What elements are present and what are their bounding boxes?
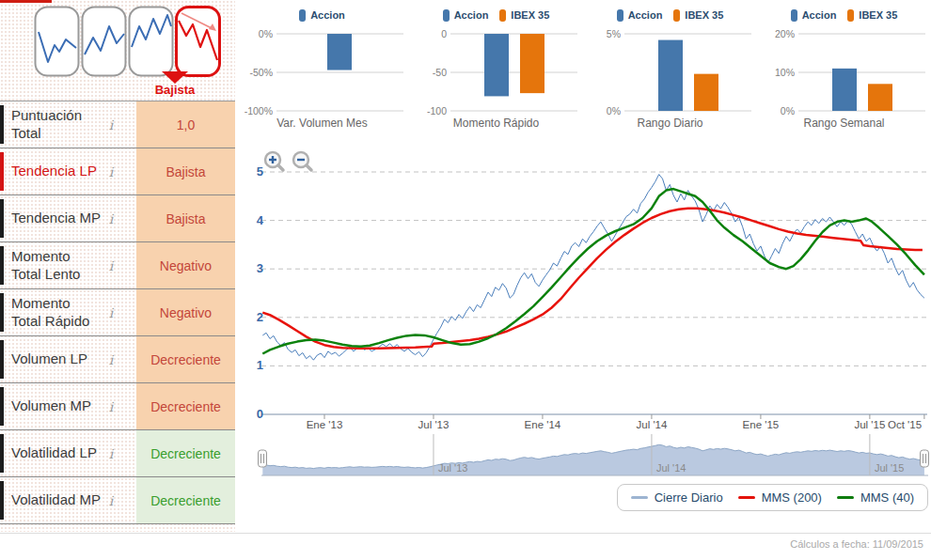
row-label: Momento Total Lento xyxy=(11,248,102,283)
mini-legend-item[interactable]: Accion xyxy=(443,9,489,22)
info-icon[interactable]: i xyxy=(102,352,120,367)
row-value: Negativo xyxy=(136,289,235,335)
axis-tick-label: 0 xyxy=(441,28,447,39)
y-axis-label: 5 xyxy=(257,164,263,179)
axis-tick-label: -50 xyxy=(433,67,447,78)
row-accent-bar xyxy=(0,340,4,379)
mini-bar-charts: Accion 0%-50%-100% Var. Volumen Mes Acci… xyxy=(235,0,931,139)
navigator-label: Jul '15 xyxy=(875,462,904,474)
trend-thumb-1[interactable] xyxy=(34,6,80,77)
zoom-out-button[interactable] xyxy=(293,152,311,170)
legend-swatch-icon xyxy=(499,9,506,22)
legend-swatch-icon xyxy=(443,9,450,22)
bearish-sparkline-icon xyxy=(175,6,221,77)
range-navigator[interactable]: Jul '13Jul '14Jul '15 xyxy=(235,430,931,479)
row-accent-bar xyxy=(0,246,4,285)
navigator-label: Jul '14 xyxy=(656,462,686,474)
info-icon[interactable]: i xyxy=(102,117,120,132)
navigator-right-handle[interactable] xyxy=(921,450,929,467)
legend-item[interactable]: MMS (40) xyxy=(837,490,914,505)
stock-analysis-dashboard: Bajista Puntuación Total i 1,0 Tendencia… xyxy=(0,0,931,560)
info-icon[interactable]: i xyxy=(102,211,120,226)
axis-tick-label: -100% xyxy=(245,105,273,116)
mini-legend-item[interactable]: Accion xyxy=(617,9,663,22)
mini-bar-chart: Accion 0%-50%-100% Var. Volumen Mes xyxy=(235,0,409,139)
bar-accion xyxy=(484,34,509,96)
row-value: Decreciente xyxy=(136,336,235,382)
axis-tick-label: 0% xyxy=(259,28,273,39)
legend-label: Accion xyxy=(454,9,489,21)
y-axis-label: 3 xyxy=(257,261,263,275)
trend-thumb-4-active[interactable] xyxy=(175,6,221,77)
axis-tick-label: -50% xyxy=(249,67,273,78)
bar-ibex-35 xyxy=(868,84,892,111)
bar-ibex-35 xyxy=(520,34,544,93)
analysis-panel: Bajista Puntuación Total i 1,0 Tendencia… xyxy=(0,0,235,532)
bar-accion xyxy=(327,34,352,70)
mini-chart-plot: 20%10%0% xyxy=(757,24,931,115)
legend-swatch-icon xyxy=(847,9,854,22)
handle-grip-icon xyxy=(921,450,929,467)
info-icon[interactable]: i xyxy=(102,493,120,508)
trend-table-row: Momento Total Lento i Negativo xyxy=(0,242,235,289)
mini-bar-chart: AccionIBEX 35 5%0% Rango Diario xyxy=(583,0,757,139)
trend-table-row: Volumen LP i Decreciente xyxy=(0,336,235,383)
mini-chart-plot: 0-50-100 xyxy=(409,24,583,115)
trend-table-row: Volatilidad LP i Decreciente xyxy=(0,430,235,477)
series-mms-40- xyxy=(262,189,924,353)
trend-table-row: Volatilidad MP i Decreciente xyxy=(0,477,235,524)
info-icon[interactable]: i xyxy=(102,305,120,320)
zoom-in-button[interactable] xyxy=(265,152,283,170)
info-icon[interactable]: i xyxy=(102,164,120,179)
y-axis-label: 2 xyxy=(257,310,263,324)
info-icon[interactable]: i xyxy=(102,399,120,414)
mini-legend-item[interactable]: Accion xyxy=(791,9,837,22)
mini-chart-title: Var. Volumen Mes xyxy=(235,117,409,130)
legend-label: IBEX 35 xyxy=(685,9,723,21)
info-icon[interactable]: i xyxy=(102,258,120,273)
bar-ibex-35 xyxy=(694,74,718,111)
navigator-label: Jul '13 xyxy=(438,462,467,474)
legend-item[interactable]: Cierre Diario xyxy=(631,490,723,505)
x-axis-label: Oct '15 xyxy=(888,419,922,430)
x-axis-label: Ene '14 xyxy=(525,419,561,430)
row-label: Tendencia LP xyxy=(11,163,102,179)
trend-sparkline-icon xyxy=(81,6,127,77)
info-icon[interactable]: i xyxy=(102,446,120,461)
mini-legend-item[interactable]: Accion xyxy=(299,9,345,22)
legend-label: Accion xyxy=(802,9,837,21)
row-value: Bajista xyxy=(136,195,235,241)
trend-sparkline-icon xyxy=(34,6,80,77)
x-axis-label: Jul '15 xyxy=(854,419,885,430)
row-value: Decreciente xyxy=(136,430,235,476)
legend-item[interactable]: MMS (200) xyxy=(738,490,822,505)
axis-tick-label: 0% xyxy=(607,105,621,116)
legend-swatch-icon xyxy=(299,9,306,22)
y-axis-label: 4 xyxy=(257,213,264,227)
mini-chart-plot: 5%0% xyxy=(583,24,757,115)
row-accent-bar xyxy=(0,105,4,144)
navigator-left-handle[interactable] xyxy=(259,450,267,467)
legend-line-swatch xyxy=(738,496,755,499)
trend-thumb-2[interactable] xyxy=(81,6,127,77)
mini-bar-chart: AccionIBEX 35 20%10%0% Rango Semanal xyxy=(757,0,931,139)
mini-bar-chart: AccionIBEX 35 0-50-100 Momento Rápido xyxy=(409,0,583,139)
mini-chart-legend: AccionIBEX 35 xyxy=(409,6,583,24)
row-accent-bar xyxy=(0,387,4,426)
axis-tick-label: 20% xyxy=(775,28,795,39)
mini-legend-item[interactable]: IBEX 35 xyxy=(499,9,549,22)
trend-thumbnails xyxy=(34,6,222,77)
trend-thumb-3[interactable] xyxy=(128,6,174,77)
row-value: Negativo xyxy=(136,242,235,288)
x-axis-label: Ene '15 xyxy=(743,419,780,430)
price-chart[interactable]: 012345Ene '13Jul '13Ene '14Jul '14Ene '1… xyxy=(235,139,931,430)
trend-table-row: Momento Total Rápido i Negativo xyxy=(0,289,235,336)
legend-label: MMS (40) xyxy=(860,490,914,505)
axis-tick-label: -100 xyxy=(427,105,447,116)
row-label: Momento Total Rápido xyxy=(11,295,102,330)
mini-legend-item[interactable]: IBEX 35 xyxy=(847,9,897,22)
mini-legend-item[interactable]: IBEX 35 xyxy=(673,9,723,22)
legend-label: IBEX 35 xyxy=(859,9,897,21)
axis-tick-label: 5% xyxy=(607,28,621,39)
row-label: Volatilidad MP xyxy=(11,491,102,508)
